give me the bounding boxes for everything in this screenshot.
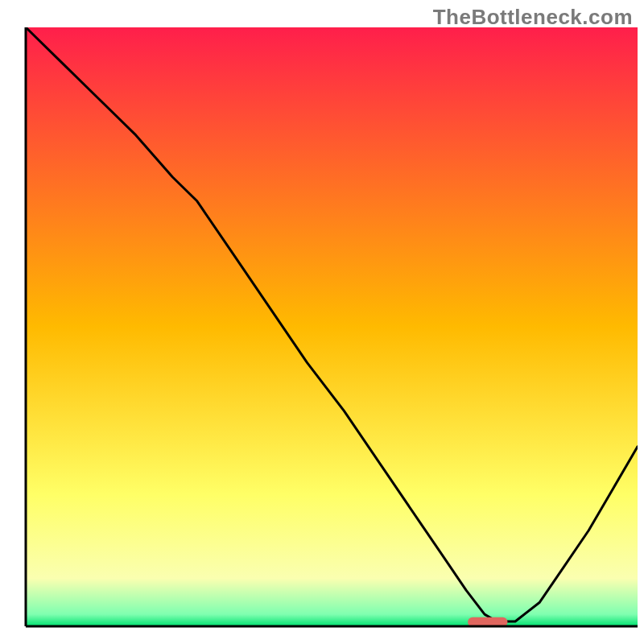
- bottleneck-chart: [0, 0, 644, 644]
- watermark-text: TheBottleneck.com: [433, 5, 633, 30]
- chart-frame: TheBottleneck.com: [0, 0, 644, 644]
